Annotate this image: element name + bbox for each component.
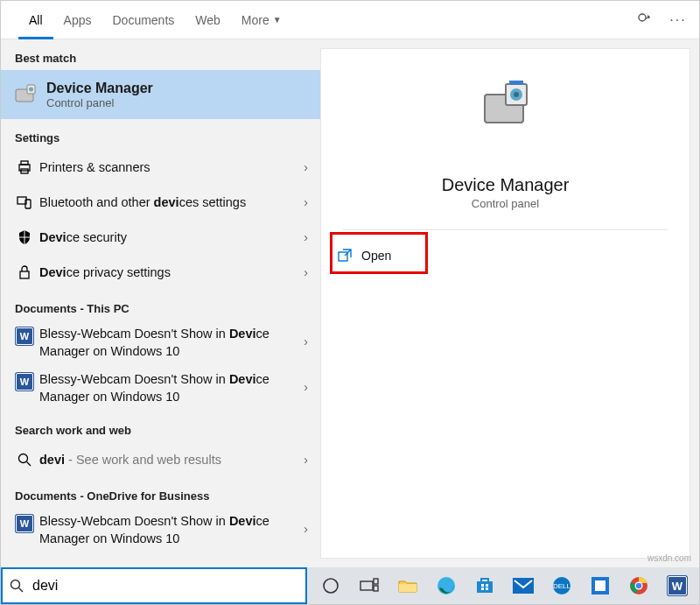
tab-apps[interactable]: Apps	[53, 1, 102, 39]
taskbar: DELL W	[307, 567, 699, 604]
tab-more[interactable]: More ▼	[231, 1, 292, 39]
document-item-label: Blessy-Webcam Doesn't Show in Device Man…	[36, 513, 304, 547]
svg-rect-5	[21, 161, 28, 165]
svg-rect-31	[513, 578, 534, 594]
chevron-right-icon: ›	[304, 230, 308, 244]
chevron-right-icon: ›	[304, 160, 308, 174]
svg-rect-29	[481, 587, 484, 590]
dell-icon[interactable]: DELL	[549, 573, 575, 599]
open-label: Open	[361, 249, 391, 263]
store-icon[interactable]	[472, 573, 498, 599]
tab-all[interactable]: All	[18, 1, 53, 39]
tab-web[interactable]: Web	[185, 1, 231, 39]
details-title: Device Manager	[442, 175, 570, 195]
best-match-title: Device Manager	[46, 81, 153, 96]
svg-point-20	[324, 579, 338, 593]
svg-rect-21	[360, 581, 373, 590]
settings-item-bluetooth[interactable]: Bluetooth and other devices settings ›	[1, 185, 320, 220]
details-icon	[478, 77, 534, 133]
svg-rect-35	[595, 580, 606, 591]
svg-line-11	[27, 462, 32, 467]
chevron-right-icon: ›	[304, 265, 308, 279]
svg-line-19	[19, 588, 24, 593]
section-search-workweb: Search work and web	[1, 412, 320, 442]
svg-rect-24	[399, 584, 416, 592]
search-icon	[10, 579, 27, 593]
results-pane: Best match Device Manager Control panel …	[1, 39, 320, 567]
settings-item-label: Device privacy settings	[36, 265, 304, 279]
caret-down-icon: ▼	[273, 1, 282, 39]
tab-documents[interactable]: Documents	[102, 1, 185, 39]
svg-rect-16	[509, 81, 523, 85]
svg-rect-9	[20, 271, 29, 278]
document-item-label: Blessy-Webcam Doesn't Show in Device Man…	[36, 371, 304, 405]
divider	[343, 229, 667, 230]
printer-icon	[13, 159, 36, 175]
document-item-label: Blessy-Webcam Doesn't Show in Device Man…	[36, 326, 304, 360]
word-doc-icon: W	[13, 371, 36, 390]
chrome-icon[interactable]	[626, 573, 652, 599]
word-doc-icon: W	[13, 326, 36, 345]
search-input[interactable]	[32, 578, 298, 594]
lock-icon	[13, 264, 36, 280]
section-docs-thispc: Documents - This PC	[1, 290, 320, 320]
devices-icon	[13, 194, 36, 210]
section-docs-onedrive: Documents - OneDrive for Business	[1, 477, 320, 508]
settings-item-device-security[interactable]: Device security ›	[1, 220, 320, 255]
search-icon	[13, 453, 36, 467]
details-pane: Device Manager Control panel Open	[320, 48, 690, 559]
watermark: wsxdn.com	[648, 553, 691, 563]
svg-point-38	[636, 583, 641, 588]
open-action[interactable]: Open	[321, 237, 690, 274]
chevron-right-icon: ›	[304, 453, 308, 467]
chevron-right-icon: ›	[304, 371, 308, 394]
best-match-item[interactable]: Device Manager Control panel	[1, 70, 320, 119]
svg-rect-28	[486, 584, 488, 587]
svg-point-15	[514, 92, 519, 97]
open-icon	[337, 248, 353, 264]
document-item[interactable]: W Blessy-Webcam Doesn't Show in Device M…	[1, 366, 320, 412]
svg-rect-30	[486, 587, 488, 590]
settings-item-label: Printers & scanners	[36, 160, 304, 174]
edge-icon[interactable]	[433, 573, 459, 599]
tab-more-label: More	[242, 1, 270, 39]
svg-point-3	[29, 88, 33, 92]
settings-item-printers[interactable]: Printers & scanners ›	[1, 150, 320, 185]
svg-rect-17	[339, 252, 347, 261]
document-item[interactable]: W Blessy-Webcam Doesn't Show in Device M…	[1, 508, 320, 553]
task-view-icon[interactable]	[356, 573, 382, 599]
word-doc-icon: W	[13, 513, 36, 532]
word-icon[interactable]: W	[664, 573, 690, 599]
settings-item-device-privacy[interactable]: Device privacy settings ›	[1, 255, 320, 290]
svg-rect-27	[481, 584, 484, 587]
search-box[interactable]	[1, 567, 307, 604]
chevron-right-icon: ›	[304, 326, 308, 348]
document-item[interactable]: W Blessy-Webcam Doesn't Show in Device M…	[1, 320, 320, 366]
svg-text:DELL: DELL	[553, 582, 571, 590]
top-tabbar: All Apps Documents Web More ▼ ···	[1, 1, 699, 39]
section-best-match: Best match	[1, 39, 320, 70]
main-content: Best match Device Manager Control panel …	[1, 39, 699, 567]
details-subtitle: Control panel	[472, 197, 539, 210]
more-options-icon[interactable]: ···	[664, 12, 692, 28]
settings-item-label: Bluetooth and other devices settings	[36, 195, 304, 209]
bottom-bar: DELL W	[1, 567, 699, 604]
cortana-icon[interactable]	[318, 573, 344, 599]
best-match-text: Device Manager Control panel	[46, 81, 153, 109]
file-explorer-icon[interactable]	[395, 573, 421, 599]
chevron-right-icon: ›	[304, 513, 308, 536]
app-icon-blue[interactable]	[587, 573, 613, 599]
details-pane-wrapper: Device Manager Control panel Open	[320, 39, 699, 567]
feedback-icon[interactable]	[636, 11, 664, 29]
settings-item-label: Device security	[36, 230, 304, 244]
mail-icon[interactable]	[510, 573, 536, 599]
svg-rect-23	[374, 586, 378, 591]
device-manager-icon	[13, 82, 38, 107]
shield-icon	[13, 229, 36, 245]
section-settings: Settings	[1, 119, 320, 150]
svg-rect-22	[374, 579, 378, 584]
best-match-subtitle: Control panel	[46, 96, 153, 109]
web-search-item[interactable]: devi - See work and web results ›	[1, 442, 320, 477]
svg-point-10	[19, 454, 28, 463]
svg-point-0	[639, 14, 646, 21]
